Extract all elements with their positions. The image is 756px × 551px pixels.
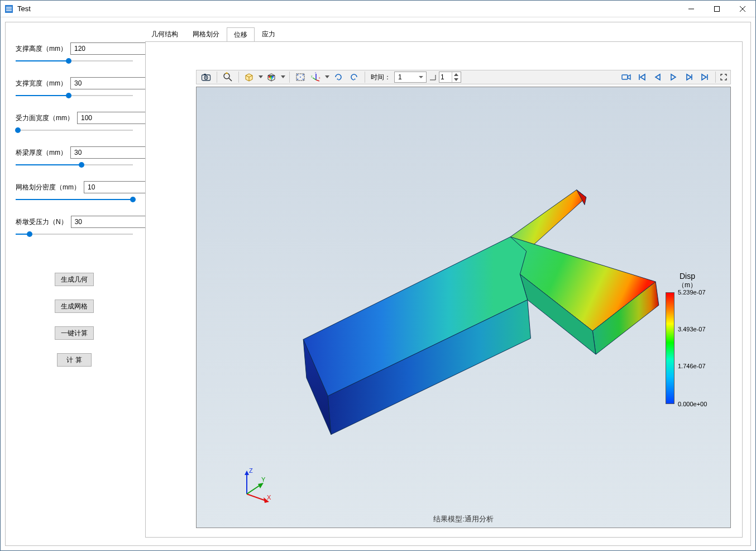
param-label: 网格划分密度（mm） [16,183,80,192]
tab-geometry[interactable]: 几何结构 [144,27,185,41]
param-support-width: 支撑宽度（mm） [16,77,133,99]
svg-rect-14 [270,78,271,79]
generate-geometry-button[interactable]: 生成几何 [55,273,94,286]
prev-frame-icon[interactable] [650,71,665,83]
legend-tick: 5.239e-07 [678,289,706,296]
svg-line-10 [229,78,232,81]
face-select-icon[interactable] [242,71,257,83]
viewport-container: zxy 时间： 1 [145,41,743,538]
time-combo-value: 1 [398,73,402,81]
svg-point-9 [224,73,229,79]
play-icon[interactable] [666,71,681,83]
param-pier-pressure: 桥墩受压力（N） [16,216,133,238]
svg-marker-41 [245,471,249,475]
fit-view-icon[interactable] [293,71,308,83]
param-slider-bridge-thickness[interactable] [16,161,133,169]
param-slider-support-width[interactable] [16,92,133,99]
svg-rect-8 [204,74,206,75]
generate-mesh-button[interactable]: 生成网格 [55,300,94,313]
svg-rect-13 [272,76,274,78]
legend-colorbar [666,292,674,404]
tab-displacement[interactable]: 位移 [227,27,255,42]
step-spinner[interactable] [439,72,461,83]
fea-model-svg [197,87,730,528]
one-click-compute-button[interactable]: 一键计算 [55,326,94,340]
svg-rect-26 [622,75,628,79]
tab-mesh[interactable]: 网格划分 [185,27,227,41]
compute-button[interactable]: 计 算 [57,353,92,367]
first-frame-icon[interactable] [635,71,649,83]
svg-rect-12 [270,76,272,78]
camera-icon[interactable] [199,71,213,83]
rotate-cw-icon[interactable] [331,71,346,83]
svg-text:x: x [319,76,320,79]
toolbar-separator [217,72,217,83]
zoom-icon[interactable] [221,71,235,83]
legend-tick: 0.000e+00 [678,401,707,407]
rotate-ccw-icon[interactable] [347,71,361,83]
toolbar-separator [365,72,365,83]
titlebar: Test [1,1,755,17]
param-slider-load-face-width[interactable] [16,126,133,134]
param-slider-pier-pressure[interactable] [16,230,133,238]
expand-icon[interactable] [719,71,728,83]
spin-down-icon[interactable] [452,77,460,82]
svg-line-20 [313,78,316,80]
main-panel: 几何结构 网格划分 位移 应力 [145,28,743,538]
dropdown-icon[interactable] [258,75,264,79]
last-frame-icon[interactable] [697,71,712,83]
video-camera-icon[interactable] [619,71,634,83]
spin-up-icon[interactable] [452,72,460,77]
param-load-face-width: 受力面宽度（mm） [16,112,133,134]
param-label: 支撑高度（mm） [16,44,67,54]
viewport-caption: 结果模型:通用分析 [433,514,494,524]
svg-text:y: y [311,74,313,78]
time-combo[interactable]: 1 [394,72,427,83]
render-viewport[interactable]: Z X Y Disp （m） 5.2 [196,87,731,528]
legend-title: Disp [662,272,712,281]
viewer-toolbar: zxy 时间： 1 [196,70,731,84]
step-spinner-input[interactable] [439,72,452,82]
svg-line-19 [316,80,319,81]
param-label: 支撑宽度（mm） [16,79,67,88]
legend-tick: 1.746e-07 [678,363,706,369]
close-button[interactable] [730,1,755,17]
svg-point-7 [205,77,207,78]
svg-text:z: z [315,72,317,74]
color-legend: Disp （m） 5.239e-07 3.493e-07 1.746e-07 0… [662,272,712,404]
axis-orient-icon[interactable]: zxy [309,71,323,83]
svg-rect-11 [269,76,270,78]
toolbar-separator [289,72,290,83]
axis-y-label: Y [261,476,266,483]
toolbar-separator [238,72,239,83]
svg-rect-2 [715,6,720,11]
svg-marker-45 [258,483,264,488]
parameter-panel: 支撑高度（mm） 支撑宽度（mm） [16,28,133,538]
next-frame-icon[interactable] [682,71,696,83]
param-bridge-thickness: 桥梁厚度（mm） [16,146,133,169]
dropdown-icon[interactable] [280,75,286,79]
render-style-icon[interactable] [265,71,279,83]
tab-stress[interactable]: 应力 [255,27,283,41]
param-mesh-density: 网格划分密度（mm） [16,181,133,203]
toolbar-separator [715,72,716,83]
axis-triad: Z X Y [236,466,275,505]
param-label: 桥墩受压力（N） [16,217,68,227]
param-support-height: 支撑高度（mm） [16,42,133,65]
range-end-icon[interactable] [428,71,438,83]
svg-point-17 [300,77,301,78]
maximize-button[interactable] [704,1,730,17]
window-title: Test [17,4,31,13]
svg-rect-15 [271,78,273,79]
minimize-button[interactable] [678,1,704,17]
param-slider-mesh-density[interactable] [16,196,133,203]
svg-line-42 [247,494,266,501]
svg-line-44 [247,485,260,494]
param-label: 受力面宽度（mm） [16,113,74,123]
dropdown-icon[interactable] [324,75,330,79]
axis-x-label: X [267,494,271,501]
axis-z-label: Z [249,467,253,474]
app-icon [4,4,14,14]
param-slider-support-height[interactable] [16,57,133,65]
time-label: 时间： [369,73,393,82]
